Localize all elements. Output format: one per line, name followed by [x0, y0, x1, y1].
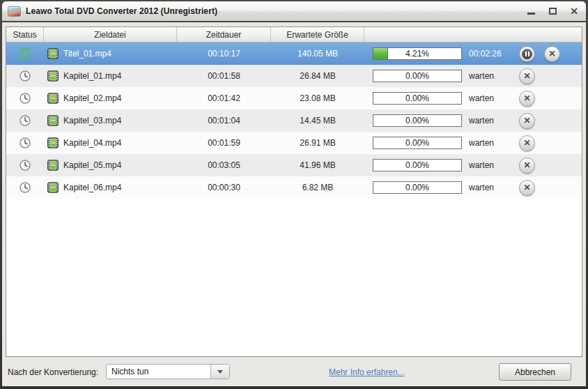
waiting-clock-icon [19, 92, 31, 105]
progress-cell: 0.00% [364, 65, 462, 87]
pause-button[interactable] [519, 46, 535, 62]
state-text: warten [462, 176, 518, 199]
state-text: warten [462, 87, 518, 109]
row-actions: ✕ [518, 176, 582, 199]
footer-bar: Nach der Konvertierung: Nichts tun Mehr … [6, 357, 582, 386]
progress-percent-label: 0.00% [373, 182, 461, 193]
client-area: Status Zieldatei Zeitdauer Erwartete Grö… [2, 22, 586, 386]
table-row[interactable]: Titel_01.mp4 00:10:17 140.05 MB 4.21% 00… [6, 43, 582, 65]
status-cell [6, 154, 44, 176]
waiting-clock-icon [19, 70, 31, 82]
table-row[interactable]: Kapitel_04.mp4 00:01:59 26.91 MB 0.00% w… [6, 132, 582, 154]
duration-cell: 00:00:30 [177, 176, 271, 199]
remove-button[interactable]: ✕ [519, 180, 535, 196]
video-file-icon [47, 160, 59, 171]
maximize-button[interactable] [548, 6, 557, 16]
abort-button[interactable]: Abbrechen [499, 363, 571, 381]
expected-size-cell: 41.96 MB [271, 154, 364, 176]
file-cell: Kapitel_03.mp4 [44, 109, 177, 132]
title-bar[interactable]: Leawo Total DVD Converter 2012 (Unregist… [2, 1, 586, 21]
progress-bar: 4.21% [373, 47, 462, 60]
file-cell: Titel_01.mp4 [44, 43, 177, 65]
status-cell [6, 132, 44, 154]
status-cell [6, 43, 44, 65]
file-cell: Kapitel_01.mp4 [44, 65, 177, 87]
row-actions: ✕ [518, 109, 582, 132]
expected-size-cell: 26.84 MB [271, 65, 364, 87]
after-conversion-dropdown[interactable]: Nichts tun [106, 364, 230, 379]
progress-percent-label: 0.00% [373, 70, 461, 82]
video-file-icon [47, 93, 59, 104]
more-info-link[interactable]: Mehr Info erfahren... [329, 367, 405, 377]
table-row[interactable]: Kapitel_03.mp4 00:01:04 14.45 MB 0.00% w… [6, 109, 582, 132]
progress-percent-label: 0.00% [373, 115, 461, 126]
column-header-erwartete-groesse[interactable]: Erwartete Größe [271, 27, 364, 42]
progress-bar: 0.00% [373, 114, 462, 127]
progress-percent-label: 0.00% [373, 160, 461, 171]
duration-cell: 00:01:04 [177, 109, 271, 132]
table-header: Status Zieldatei Zeitdauer Erwartete Grö… [6, 27, 582, 43]
file-name: Kapitel_03.mp4 [63, 116, 121, 125]
expected-size-cell: 26.91 MB [271, 132, 364, 154]
video-file-icon [47, 115, 59, 126]
remove-x-icon: ✕ [523, 94, 530, 102]
expected-size-cell: 140.05 MB [271, 43, 364, 65]
remove-button[interactable]: ✕ [544, 46, 560, 62]
minimize-button[interactable] [526, 6, 536, 16]
converting-spinner-icon [19, 47, 31, 60]
remove-x-icon: ✕ [523, 72, 530, 80]
file-cell: Kapitel_04.mp4 [44, 132, 177, 154]
progress-cell: 0.00% [364, 132, 462, 154]
remove-button[interactable]: ✕ [519, 113, 535, 129]
state-text: 00:02:26 [462, 43, 518, 65]
app-logo-icon [8, 6, 21, 17]
remove-x-icon: ✕ [523, 161, 530, 169]
video-file-icon [47, 182, 59, 193]
state-text: warten [462, 65, 518, 87]
maximize-icon [549, 8, 557, 15]
file-cell: Kapitel_02.mp4 [44, 87, 177, 109]
column-header-status[interactable]: Status [6, 27, 44, 42]
video-file-icon [47, 48, 59, 59]
duration-cell: 00:10:17 [177, 43, 271, 65]
progress-bar: 0.00% [373, 181, 462, 194]
column-header-zieldatei[interactable]: Zieldatei [44, 27, 177, 42]
remove-button[interactable]: ✕ [519, 68, 535, 84]
waiting-clock-icon [19, 181, 31, 194]
status-cell [6, 176, 44, 199]
progress-cell: 4.21% [364, 43, 462, 65]
waiting-clock-icon [19, 137, 31, 149]
expected-size-cell: 6.82 MB [271, 176, 364, 199]
row-actions: ✕ [518, 43, 582, 65]
column-header-zeitdauer[interactable]: Zeitdauer [177, 27, 271, 42]
duration-cell: 00:01:58 [177, 65, 271, 87]
remove-button[interactable]: ✕ [519, 135, 535, 151]
table-row[interactable]: Kapitel_06.mp4 00:00:30 6.82 MB 0.00% wa… [6, 176, 582, 199]
status-cell [6, 87, 44, 109]
progress-percent-label: 0.00% [373, 137, 461, 148]
progress-percent-label: 0.00% [373, 93, 461, 104]
remove-button[interactable]: ✕ [519, 158, 535, 174]
remove-button[interactable]: ✕ [519, 91, 535, 107]
row-actions: ✕ [518, 65, 582, 87]
progress-percent-label: 4.21% [373, 48, 461, 59]
remove-x-icon: ✕ [523, 116, 530, 125]
state-text: warten [462, 154, 518, 176]
remove-x-icon: ✕ [548, 49, 555, 58]
pause-icon [522, 49, 532, 59]
window-controls: ✕ [526, 6, 579, 16]
file-cell: Kapitel_06.mp4 [44, 176, 177, 199]
table-row[interactable]: Kapitel_05.mp4 00:03:05 41.96 MB 0.00% w… [6, 154, 582, 176]
table-row[interactable]: Kapitel_01.mp4 00:01:58 26.84 MB 0.00% w… [6, 65, 582, 87]
dropdown-arrow-icon[interactable] [210, 365, 229, 379]
duration-cell: 00:01:59 [177, 132, 271, 154]
file-name: Kapitel_01.mp4 [63, 71, 121, 81]
status-cell [6, 109, 44, 132]
conversion-table: Status Zieldatei Zeitdauer Erwartete Grö… [6, 26, 582, 357]
video-file-icon [47, 137, 59, 148]
row-actions: ✕ [518, 154, 582, 176]
duration-cell: 00:01:42 [177, 87, 271, 109]
remove-x-icon: ✕ [523, 139, 530, 147]
table-row[interactable]: Kapitel_02.mp4 00:01:42 23.08 MB 0.00% w… [6, 87, 582, 109]
close-button[interactable]: ✕ [569, 6, 579, 16]
